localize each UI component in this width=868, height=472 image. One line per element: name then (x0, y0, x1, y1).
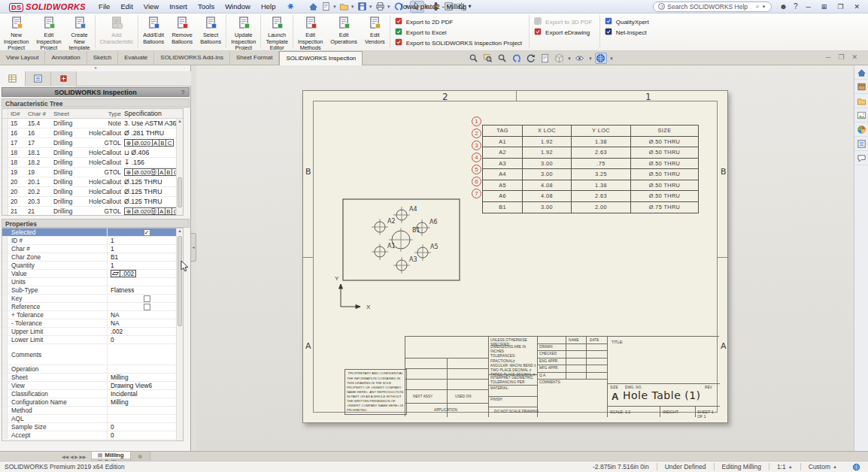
design-library-icon[interactable] (854, 80, 868, 94)
property-row-char[interactable]: Char #1 (2, 245, 183, 253)
graphics-area[interactable]: 2 1 B B A A TAGX LOCY LOCSIZEA11.921.38Ø… (196, 65, 854, 451)
balloon-5[interactable]: 5 (472, 165, 481, 174)
characteristic-row[interactable]: 1616DrillingHoleCalloutØ .281 THRU (2, 129, 183, 138)
status-units[interactable]: Custom▲ (801, 461, 845, 472)
tab-solidworks-inspection[interactable]: SOLIDWORKS Inspection (279, 51, 363, 65)
edit-operations-button[interactable]: EditOperations (326, 14, 361, 50)
zoom-to-area-icon[interactable] (481, 53, 493, 64)
property-value-view[interactable]: Drawing View6 (108, 382, 183, 389)
panel-collapse-handle[interactable]: ◂ (191, 233, 196, 262)
dropdown-caret[interactable]: ▼ (387, 5, 391, 9)
dropdown-caret[interactable]: ▼ (609, 56, 614, 61)
property-row-value[interactable]: Value.002 (2, 270, 183, 278)
view-settings-icon[interactable] (595, 53, 607, 64)
status-globe-icon[interactable] (845, 461, 868, 472)
tab-sketch[interactable]: Sketch (87, 51, 118, 65)
minimize-button[interactable]: ─ (803, 3, 812, 11)
property-value-sheet[interactable]: Milling (108, 374, 183, 381)
menu-help[interactable]: Help (256, 2, 281, 11)
column-header-type[interactable]: Type (81, 110, 123, 117)
export-edrawing-button[interactable]: Export eDrawing (533, 27, 593, 38)
column-header-sheet[interactable]: Sheet (53, 110, 81, 117)
zoom-to-fit-icon[interactable] (467, 53, 479, 64)
search-dropdown-caret[interactable]: ▼ (761, 5, 766, 9)
column-header-char[interactable]: Char # (28, 110, 53, 117)
select-icon[interactable] (410, 1, 424, 13)
menu-tools[interactable]: Tools (193, 2, 220, 11)
property-value-sample-size[interactable]: 0 (108, 423, 183, 431)
property-row-char-zone[interactable]: Char ZoneB1 (2, 253, 183, 262)
dropdown-caret[interactable]: ▼ (332, 5, 337, 9)
net-inspect-button[interactable]: Net-Inspect (604, 27, 649, 38)
menu-view[interactable]: View (138, 2, 164, 11)
export-to-solidworks-inspection-project-button[interactable]: Export to SOLIDWORKS Inspection Project (394, 38, 522, 48)
menu-edit[interactable]: Edit (115, 2, 138, 11)
property-value-lower-limit[interactable]: 0 (108, 336, 183, 343)
close-button[interactable]: ✕ (851, 3, 862, 11)
property-value-quantity[interactable]: 1 (108, 262, 183, 269)
open-icon[interactable] (338, 1, 351, 13)
dropdown-caret[interactable]: ▼ (369, 5, 373, 9)
property-value-char-zone[interactable]: B1 (108, 253, 183, 261)
property-value-sub-type[interactable]: Flatness (108, 286, 183, 294)
remove-balloons-button[interactable]: RemoveBalloons (168, 14, 196, 50)
column-header-id[interactable]: ID# (8, 110, 28, 117)
property-row-aql[interactable]: AQL (2, 415, 183, 423)
launch-template-editor-button[interactable]: LaunchTemplateEditor (262, 14, 292, 50)
property-value-accept[interactable]: 0 (108, 431, 183, 439)
user-icon[interactable]: ☻ (779, 2, 788, 11)
sheet-properties-icon[interactable] (539, 53, 551, 64)
select-balloons-button[interactable]: SelectBalloons (196, 14, 225, 50)
property-value-tolerance[interactable]: NA (108, 311, 183, 319)
property-row-id[interactable]: ID #1 (2, 237, 183, 245)
property-row-upper-limit[interactable]: Upper Limit.002 (2, 328, 183, 336)
options-icon[interactable] (455, 1, 468, 13)
properties-scrollbar-thumb[interactable] (178, 236, 182, 326)
characteristic-row[interactable]: 2121DrillingGTOL⊕Ø.020ⓂABC (2, 207, 183, 216)
menu-file[interactable]: File (93, 2, 115, 11)
tab-sheet-format[interactable]: Sheet Format (230, 51, 279, 65)
tab-view-layout[interactable]: View Layout (0, 51, 45, 65)
property-row-tolerance[interactable]: + ToleranceNA (2, 311, 183, 319)
inspection-project-tab[interactable] (0, 71, 26, 86)
hide-show-items-icon[interactable] (574, 53, 586, 64)
print-icon[interactable] (374, 1, 387, 13)
dropdown-caret[interactable]: ▼ (351, 5, 355, 9)
characteristic-row[interactable]: 1515.4DrillingNote3. Use ASTM A36. (2, 119, 183, 129)
characteristic-row[interactable]: 1717DrillingGTOL⊕Ø.020ABC (2, 138, 183, 148)
edit-inspection-methods-button[interactable]: EditInspectionMethods (294, 14, 326, 50)
property-value-configuration-name[interactable]: Milling (108, 398, 183, 406)
rotate-view-icon[interactable] (524, 53, 536, 64)
balloon-4[interactable]: 4 (472, 153, 481, 162)
property-row-accept[interactable]: Accept0 (2, 431, 183, 440)
property-row-sub-type[interactable]: Sub-TypeFlatness (2, 286, 183, 295)
column-header-specification[interactable]: Specification (123, 110, 183, 117)
maximize-button[interactable]: ⊞ (819, 3, 830, 11)
panel-help-button[interactable]: ? (178, 88, 187, 97)
property-value-reference[interactable] (108, 304, 183, 310)
menu-insert[interactable]: Insert (164, 2, 193, 11)
property-value-char[interactable]: 1 (108, 245, 183, 253)
characteristic-tree-header[interactable]: Characteristic Tree (2, 98, 190, 107)
status-scale[interactable]: 1:1▲ (769, 461, 800, 472)
dropdown-caret[interactable]: ▼ (588, 56, 593, 61)
characteristics-tab[interactable] (26, 71, 51, 86)
property-value-id[interactable]: 1 (108, 237, 183, 244)
dropdown-caret[interactable]: ▼ (405, 5, 409, 9)
update-inspection-project-button[interactable]: UpdateInspectionProject (227, 14, 259, 50)
solidworks-forum-icon[interactable] (854, 151, 868, 165)
dropdown-caret[interactable]: ▼ (424, 5, 429, 9)
design-checker-icon[interactable] (442, 1, 455, 13)
characteristic-row[interactable]: 2020.2DrillingHoleCalloutØ.125 THRU (2, 187, 183, 197)
new-inspection-project-button[interactable]: NewInspectionProject (0, 14, 32, 50)
sheet-nav-arrows[interactable]: ◀◀ ◀ ▶ ▶▶ (57, 452, 92, 461)
restore-button[interactable]: ❐ (835, 3, 845, 11)
appearances-icon[interactable] (854, 123, 868, 137)
export-to-excel-button[interactable]: Export to Excel (394, 27, 522, 38)
menu-window[interactable]: Window (220, 2, 256, 11)
view-palette-icon[interactable] (854, 108, 868, 123)
characteristic-row[interactable]: 2020.3DrillingHoleCalloutØ.125 THRU (2, 197, 183, 207)
characteristic-row[interactable]: 1818.1DrillingHoleCallout⊔ Ø.406 (2, 148, 183, 158)
property-row-lower-limit[interactable]: Lower Limit0 (2, 336, 183, 344)
property-row-method[interactable]: Method (2, 407, 183, 415)
